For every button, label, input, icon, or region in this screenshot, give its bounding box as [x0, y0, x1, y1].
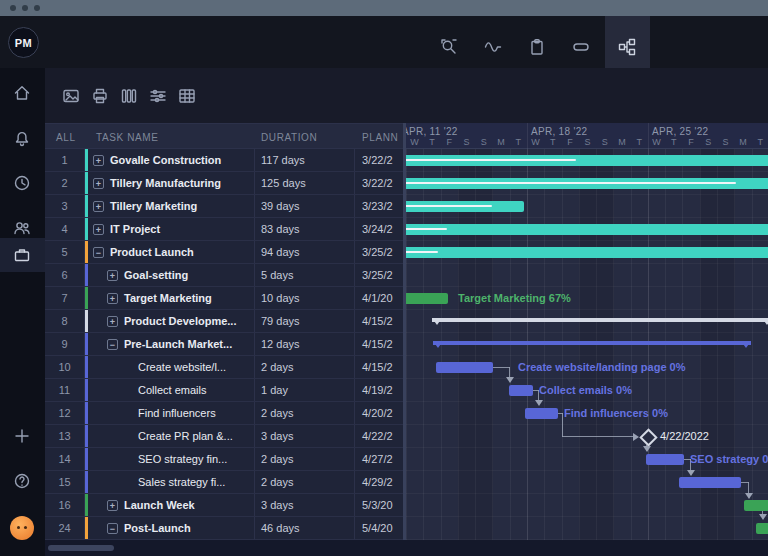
task-planned-start: 3/24/2: [355, 218, 405, 240]
task-name-cell[interactable]: Create website/l...: [85, 356, 255, 378]
table-row[interactable]: 3+Tillery Marketing39 days3/23/2: [45, 195, 405, 218]
window-dot[interactable]: [34, 5, 40, 11]
table-row[interactable]: 14SEO strategy fin...2 days4/27/2: [45, 448, 405, 471]
task-name-cell[interactable]: Collect emails: [85, 379, 255, 401]
expand-toggle-icon[interactable]: +: [93, 155, 104, 166]
table-row[interactable]: 10Create website/l...2 days4/15/2: [45, 356, 405, 379]
task-name-cell[interactable]: −Product Launch: [85, 241, 255, 263]
gantt-task-bar[interactable]: [509, 385, 533, 396]
projects-icon[interactable]: [13, 246, 31, 264]
task-name-cell[interactable]: −Post-Launch: [85, 517, 255, 539]
table-row[interactable]: 15Sales strategy fi...2 days4/29/2: [45, 471, 405, 494]
gantt-task-bar[interactable]: [756, 523, 768, 534]
gantt-task-bar[interactable]: [406, 224, 768, 235]
table-row[interactable]: 8+Product Developme...79 days4/15/2: [45, 310, 405, 333]
gantt-task-bar[interactable]: [406, 178, 768, 189]
expand-toggle-icon[interactable]: +: [107, 270, 118, 281]
gantt-task-bar[interactable]: [679, 477, 741, 488]
table-row[interactable]: 6+Goal-setting5 days3/25/2: [45, 264, 405, 287]
task-name: Product Launch: [110, 241, 194, 263]
app-logo[interactable]: PM: [8, 27, 39, 58]
expand-toggle-icon[interactable]: +: [107, 500, 118, 511]
expand-toggle-icon[interactable]: +: [93, 178, 104, 189]
pill-link-icon[interactable]: [572, 38, 590, 56]
app-window: PM: [0, 0, 768, 556]
dependency-line: [562, 436, 635, 437]
gantt-task-bar[interactable]: [646, 454, 684, 465]
table-row[interactable]: 5−Product Launch94 days3/25/2: [45, 241, 405, 264]
table-row[interactable]: 7+Target Marketing10 days4/1/20: [45, 287, 405, 310]
team-icon[interactable]: [13, 219, 31, 237]
activity-icon[interactable]: [484, 38, 502, 56]
table-row[interactable]: 9−Pre-Launch Market...12 days4/15/2: [45, 333, 405, 356]
clipboard-icon[interactable]: [528, 38, 546, 56]
gantt-summary-bar[interactable]: [433, 341, 751, 345]
task-name-cell[interactable]: +Tillery Marketing: [85, 195, 255, 217]
gantt-summary-bar[interactable]: [432, 318, 768, 322]
table-row[interactable]: 12Find influencers2 days4/20/2: [45, 402, 405, 425]
gantt-task-bar[interactable]: [525, 408, 558, 419]
home-icon[interactable]: [13, 84, 31, 102]
collapse-toggle-icon[interactable]: −: [107, 339, 118, 350]
column-header-name[interactable]: TASK NAME: [96, 132, 158, 143]
zoom-search-icon[interactable]: [440, 38, 458, 56]
recent-icon[interactable]: [13, 174, 31, 192]
print-icon[interactable]: [91, 87, 109, 105]
table-row[interactable]: 2+Tillery Manufacturing125 days3/22/2: [45, 172, 405, 195]
gantt-task-bar[interactable]: [406, 155, 768, 166]
collapse-toggle-icon[interactable]: −: [93, 247, 104, 258]
horizontal-scrollbar[interactable]: [45, 540, 768, 556]
gantt-task-bar[interactable]: [406, 293, 448, 304]
table-icon[interactable]: [178, 87, 196, 105]
column-header-duration[interactable]: DURATION: [261, 132, 317, 143]
row-number: 13: [45, 425, 85, 447]
task-name-cell[interactable]: Create PR plan &...: [85, 425, 255, 447]
collapse-toggle-icon[interactable]: −: [107, 523, 118, 534]
gantt-task-bar[interactable]: [406, 247, 768, 258]
task-name-cell[interactable]: +Launch Week: [85, 494, 255, 516]
task-duration: 2 days: [255, 402, 355, 424]
task-name-cell[interactable]: +IT Project: [85, 218, 255, 240]
add-icon[interactable]: [13, 427, 31, 445]
columns-icon[interactable]: [120, 87, 138, 105]
expand-toggle-icon[interactable]: +: [107, 316, 118, 327]
task-name-cell[interactable]: −Pre-Launch Market...: [85, 333, 255, 355]
gantt-task-bar[interactable]: [744, 500, 768, 511]
table-row[interactable]: 11Collect emails1 day4/19/2: [45, 379, 405, 402]
task-name: Goal-setting: [124, 264, 188, 286]
task-name-cell[interactable]: Find influencers: [85, 402, 255, 424]
table-row[interactable]: 16+Launch Week3 days5/3/20: [45, 494, 405, 517]
expand-toggle-icon[interactable]: +: [107, 293, 118, 304]
window-dot[interactable]: [10, 5, 16, 11]
task-name-cell[interactable]: Sales strategy fi...: [85, 471, 255, 493]
table-row[interactable]: 13Create PR plan &...3 days4/22/2: [45, 425, 405, 448]
help-icon[interactable]: [13, 472, 31, 490]
task-name-cell[interactable]: +Product Developme...: [85, 310, 255, 332]
gantt-chart-area[interactable]: Target Marketing 67%Create website/landi…: [406, 149, 768, 540]
timeline-week-label: APR, 18 '22: [531, 126, 587, 137]
column-header-all[interactable]: ALL: [56, 132, 76, 143]
table-row[interactable]: 24−Post-Launch46 days5/4/20: [45, 517, 405, 540]
expand-toggle-icon[interactable]: +: [93, 224, 104, 235]
gantt-task-bar[interactable]: [406, 201, 524, 212]
media-icon[interactable]: [62, 87, 80, 105]
week-separator: [527, 123, 528, 149]
gantt-task-bar[interactable]: [436, 362, 493, 373]
scrollbar-thumb[interactable]: [48, 545, 114, 551]
gantt-bar-label: Collect emails 0%: [539, 384, 632, 397]
user-avatar[interactable]: [10, 516, 34, 540]
task-name-cell[interactable]: +Govalle Construction: [85, 149, 255, 171]
table-row[interactable]: 1+Govalle Construction117 days3/22/2: [45, 149, 405, 172]
window-dot[interactable]: [22, 5, 28, 11]
task-name-cell[interactable]: +Target Marketing: [85, 287, 255, 309]
column-header-planned[interactable]: PLANN: [362, 132, 398, 143]
workflow-icon[interactable]: [618, 38, 636, 56]
milestone-diamond[interactable]: [639, 428, 657, 446]
table-row[interactable]: 4+IT Project83 days3/24/2: [45, 218, 405, 241]
task-name-cell[interactable]: SEO strategy fin...: [85, 448, 255, 470]
notifications-icon[interactable]: [13, 129, 31, 147]
task-name-cell[interactable]: +Tillery Manufacturing: [85, 172, 255, 194]
expand-toggle-icon[interactable]: +: [93, 201, 104, 212]
filter-icon[interactable]: [149, 87, 167, 105]
task-name-cell[interactable]: +Goal-setting: [85, 264, 255, 286]
